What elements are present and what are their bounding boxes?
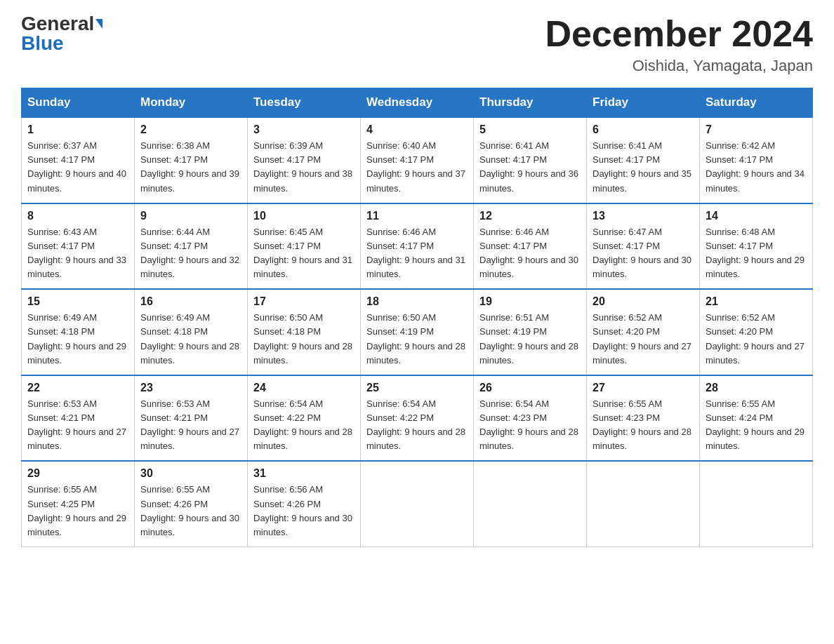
table-row: 18 Sunrise: 6:50 AMSunset: 4:19 PMDaylig… xyxy=(361,289,474,375)
day-info: Sunrise: 6:41 AMSunset: 4:17 PMDaylight:… xyxy=(479,140,578,193)
table-row: 2 Sunrise: 6:38 AMSunset: 4:17 PMDayligh… xyxy=(135,117,248,203)
table-row: 29 Sunrise: 6:55 AMSunset: 4:25 PMDaylig… xyxy=(22,461,135,546)
day-number: 24 xyxy=(253,382,355,394)
table-row: 26 Sunrise: 6:54 AMSunset: 4:23 PMDaylig… xyxy=(474,375,587,462)
day-number: 13 xyxy=(593,210,694,222)
day-info: Sunrise: 6:55 AMSunset: 4:23 PMDaylight:… xyxy=(593,398,691,451)
day-number: 30 xyxy=(140,467,241,480)
table-row: 7 Sunrise: 6:42 AMSunset: 4:17 PMDayligh… xyxy=(700,117,813,203)
day-number: 16 xyxy=(140,295,241,308)
day-info: Sunrise: 6:54 AMSunset: 4:23 PMDaylight:… xyxy=(479,398,578,451)
day-info: Sunrise: 6:51 AMSunset: 4:19 PMDaylight:… xyxy=(479,312,578,365)
day-number: 23 xyxy=(140,382,241,394)
day-info: Sunrise: 6:38 AMSunset: 4:17 PMDaylight:… xyxy=(140,140,239,193)
day-number: 20 xyxy=(593,295,694,308)
col-friday: Friday xyxy=(587,88,700,118)
day-info: Sunrise: 6:42 AMSunset: 4:17 PMDaylight:… xyxy=(706,140,805,193)
day-info: Sunrise: 6:45 AMSunset: 4:17 PMDaylight:… xyxy=(253,227,352,279)
table-row: 5 Sunrise: 6:41 AMSunset: 4:17 PMDayligh… xyxy=(474,117,587,203)
day-number: 17 xyxy=(253,295,355,308)
day-info: Sunrise: 6:47 AMSunset: 4:17 PMDaylight:… xyxy=(593,227,691,279)
day-info: Sunrise: 6:49 AMSunset: 4:18 PMDaylight:… xyxy=(140,312,239,365)
day-number: 5 xyxy=(479,123,581,136)
day-info: Sunrise: 6:55 AMSunset: 4:26 PMDaylight:… xyxy=(140,484,239,537)
table-row: 6 Sunrise: 6:41 AMSunset: 4:17 PMDayligh… xyxy=(587,117,700,203)
day-info: Sunrise: 6:50 AMSunset: 4:18 PMDaylight:… xyxy=(253,312,352,365)
table-row: 24 Sunrise: 6:54 AMSunset: 4:22 PMDaylig… xyxy=(248,375,361,462)
logo: General Blue xyxy=(21,14,102,53)
logo-triangle-icon xyxy=(95,19,102,29)
table-row: 1 Sunrise: 6:37 AMSunset: 4:17 PMDayligh… xyxy=(22,117,135,203)
day-number: 3 xyxy=(253,123,355,136)
table-row: 13 Sunrise: 6:47 AMSunset: 4:17 PMDaylig… xyxy=(587,203,700,290)
day-info: Sunrise: 6:52 AMSunset: 4:20 PMDaylight:… xyxy=(593,312,691,365)
col-tuesday: Tuesday xyxy=(248,88,361,118)
day-info: Sunrise: 6:54 AMSunset: 4:22 PMDaylight:… xyxy=(366,398,465,451)
calendar-subtitle: Oishida, Yamagata, Japan xyxy=(545,57,813,75)
day-info: Sunrise: 6:53 AMSunset: 4:21 PMDaylight:… xyxy=(140,398,239,451)
col-monday: Monday xyxy=(135,88,248,118)
table-row: 15 Sunrise: 6:49 AMSunset: 4:18 PMDaylig… xyxy=(22,289,135,375)
day-info: Sunrise: 6:46 AMSunset: 4:17 PMDaylight:… xyxy=(479,227,578,279)
col-saturday: Saturday xyxy=(700,88,813,118)
logo-general: General xyxy=(21,13,94,34)
calendar-week-row: 8 Sunrise: 6:43 AMSunset: 4:17 PMDayligh… xyxy=(22,203,813,290)
day-info: Sunrise: 6:55 AMSunset: 4:24 PMDaylight:… xyxy=(706,398,805,451)
table-row xyxy=(361,461,474,546)
day-number: 25 xyxy=(366,382,468,394)
day-number: 9 xyxy=(140,210,241,222)
logo-text: General xyxy=(21,14,102,34)
day-number: 31 xyxy=(253,467,355,480)
table-row: 12 Sunrise: 6:46 AMSunset: 4:17 PMDaylig… xyxy=(474,203,587,290)
day-number: 21 xyxy=(706,295,807,308)
calendar-table: Sunday Monday Tuesday Wednesday Thursday… xyxy=(21,88,813,547)
table-row: 14 Sunrise: 6:48 AMSunset: 4:17 PMDaylig… xyxy=(700,203,813,290)
day-number: 8 xyxy=(27,210,128,222)
col-wednesday: Wednesday xyxy=(361,88,474,118)
day-number: 2 xyxy=(140,123,241,136)
table-row: 30 Sunrise: 6:55 AMSunset: 4:26 PMDaylig… xyxy=(135,461,248,546)
table-row: 11 Sunrise: 6:46 AMSunset: 4:17 PMDaylig… xyxy=(361,203,474,290)
day-number: 19 xyxy=(479,295,581,308)
table-row: 17 Sunrise: 6:50 AMSunset: 4:18 PMDaylig… xyxy=(248,289,361,375)
day-number: 15 xyxy=(27,295,128,308)
table-row: 22 Sunrise: 6:53 AMSunset: 4:21 PMDaylig… xyxy=(22,375,135,462)
col-thursday: Thursday xyxy=(474,88,587,118)
table-row: 21 Sunrise: 6:52 AMSunset: 4:20 PMDaylig… xyxy=(700,289,813,375)
page-header: General Blue December 2024 Oishida, Yama… xyxy=(21,14,813,75)
logo-blue: Blue xyxy=(21,34,64,53)
day-info: Sunrise: 6:52 AMSunset: 4:20 PMDaylight:… xyxy=(706,312,805,365)
table-row: 16 Sunrise: 6:49 AMSunset: 4:18 PMDaylig… xyxy=(135,289,248,375)
day-info: Sunrise: 6:56 AMSunset: 4:26 PMDaylight:… xyxy=(253,484,352,537)
table-row: 19 Sunrise: 6:51 AMSunset: 4:19 PMDaylig… xyxy=(474,289,587,375)
calendar-week-row: 22 Sunrise: 6:53 AMSunset: 4:21 PMDaylig… xyxy=(22,375,813,462)
day-info: Sunrise: 6:40 AMSunset: 4:17 PMDaylight:… xyxy=(366,140,465,193)
day-number: 27 xyxy=(593,382,694,394)
day-number: 11 xyxy=(366,210,468,222)
day-number: 4 xyxy=(366,123,468,136)
table-row: 31 Sunrise: 6:56 AMSunset: 4:26 PMDaylig… xyxy=(248,461,361,546)
day-info: Sunrise: 6:44 AMSunset: 4:17 PMDaylight:… xyxy=(140,227,239,279)
day-number: 7 xyxy=(706,123,807,136)
day-info: Sunrise: 6:48 AMSunset: 4:17 PMDaylight:… xyxy=(706,227,805,279)
day-info: Sunrise: 6:43 AMSunset: 4:17 PMDaylight:… xyxy=(27,227,126,279)
day-number: 26 xyxy=(479,382,581,394)
day-info: Sunrise: 6:41 AMSunset: 4:17 PMDaylight:… xyxy=(593,140,691,193)
table-row: 20 Sunrise: 6:52 AMSunset: 4:20 PMDaylig… xyxy=(587,289,700,375)
day-info: Sunrise: 6:55 AMSunset: 4:25 PMDaylight:… xyxy=(27,484,126,537)
day-number: 22 xyxy=(27,382,128,394)
table-row: 9 Sunrise: 6:44 AMSunset: 4:17 PMDayligh… xyxy=(135,203,248,290)
calendar-week-row: 15 Sunrise: 6:49 AMSunset: 4:18 PMDaylig… xyxy=(22,289,813,375)
day-info: Sunrise: 6:39 AMSunset: 4:17 PMDaylight:… xyxy=(253,140,352,193)
day-number: 14 xyxy=(706,210,807,222)
title-block: December 2024 Oishida, Yamagata, Japan xyxy=(545,14,813,75)
table-row: 27 Sunrise: 6:55 AMSunset: 4:23 PMDaylig… xyxy=(587,375,700,462)
table-row: 28 Sunrise: 6:55 AMSunset: 4:24 PMDaylig… xyxy=(700,375,813,462)
day-number: 18 xyxy=(366,295,468,308)
table-row: 4 Sunrise: 6:40 AMSunset: 4:17 PMDayligh… xyxy=(361,117,474,203)
table-row: 10 Sunrise: 6:45 AMSunset: 4:17 PMDaylig… xyxy=(248,203,361,290)
day-info: Sunrise: 6:37 AMSunset: 4:17 PMDaylight:… xyxy=(27,140,126,193)
calendar-week-row: 1 Sunrise: 6:37 AMSunset: 4:17 PMDayligh… xyxy=(22,117,813,203)
day-number: 29 xyxy=(27,467,128,480)
calendar-title: December 2024 xyxy=(545,14,813,54)
